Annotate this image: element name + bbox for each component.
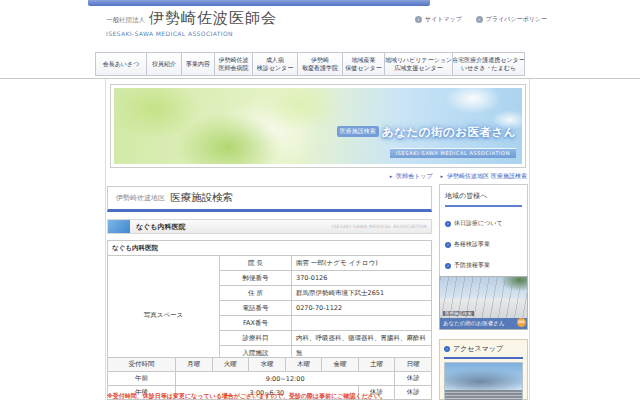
page-title: 伊勢崎佐波地区 医療施設検索 bbox=[107, 186, 432, 212]
top-accent-bar bbox=[88, 0, 430, 6]
nav-item-nursing-school[interactable]: 伊勢崎 敬愛看護学院 bbox=[298, 52, 343, 76]
breadcrumb-home-link[interactable]: 医師会トップ bbox=[396, 172, 432, 179]
page: 一般社団法人 伊勢崎佐波医師会 ISESAKI-SAWA MEDICAL ASS… bbox=[0, 0, 640, 400]
hero-title: あなたの街のお医者さん bbox=[382, 125, 516, 139]
page-title-text: 医療施設検索 bbox=[170, 191, 233, 205]
clinic-table-title: なぐも内科医院 bbox=[108, 241, 432, 256]
breadcrumb-arrow-icon: ▸ bbox=[390, 173, 393, 179]
table-row: なぐも内科医院 bbox=[108, 241, 432, 256]
hero-leaf-image: 医療施設検索あなたの街のお医者さん ISESAKI-SAWA MEDICAL A… bbox=[114, 88, 522, 164]
sidebar-item-vaccination[interactable]: › 予防接種事業 bbox=[445, 261, 522, 270]
nav-item-occupational-health-center[interactable]: 地域産業 保健センター bbox=[343, 52, 385, 76]
circle-arrow-icon: › bbox=[444, 346, 450, 352]
breadcrumb-arrow-icon: ▸ bbox=[441, 173, 444, 179]
page-title-area: 伊勢崎佐波地区 bbox=[116, 193, 165, 203]
header-utility-links: › サイトマップ › プライバシーポリシー bbox=[415, 15, 547, 24]
breadcrumb: ▸医師会トップ▸伊勢崎佐波地区 医療施設検索 bbox=[105, 172, 527, 181]
main-navigation: 会長あいさつ 役員紹介 事業内容 伊勢崎佐波 医師会病院 成人病 検診センター … bbox=[95, 52, 525, 76]
section-marker-icon bbox=[108, 220, 130, 233]
site-logo[interactable]: 一般社団法人 伊勢崎佐波医師会 ISESAKI-SAWA MEDICAL ASS… bbox=[106, 9, 277, 37]
table-row: 写真スペース 院 長 南雲 一郎(ナグモ イチロウ) bbox=[108, 256, 432, 271]
sidebar-item-screenings[interactable]: › 各種検診事業 bbox=[445, 240, 522, 249]
sidebar-item-holiday-care[interactable]: › 休日診療について bbox=[445, 219, 522, 228]
clinic-section-header: なぐも内科医院 ISESAKI-SAWA MEDICAL ASSOCIATION bbox=[107, 219, 432, 234]
org-name-english: ISESAKI-SAWA MEDICAL ASSOCIATION bbox=[106, 30, 277, 37]
hero-banner: 医療施設検索あなたの街のお医者さん ISESAKI-SAWA MEDICAL A… bbox=[110, 84, 526, 168]
nav-item-home-care-center[interactable]: 在宅医療介護連携センター いせさき・たまむら bbox=[453, 52, 525, 76]
privacy-policy-link[interactable]: › プライバシーポリシー bbox=[476, 15, 547, 24]
nav-item-rehabilitation-center[interactable]: 地域リハビリテーション 広域支援センター bbox=[385, 52, 453, 76]
sitemap-link-label: サイトマップ bbox=[425, 15, 462, 24]
breadcrumb-current[interactable]: 伊勢崎佐波地区 医療施設検索 bbox=[447, 172, 527, 179]
circle-arrow-icon: › bbox=[445, 242, 451, 248]
sitemap-link[interactable]: › サイトマップ bbox=[415, 15, 462, 24]
access-map-photo bbox=[444, 362, 523, 400]
access-map-label: アクセスマップ bbox=[453, 344, 503, 354]
circle-arrow-icon: › bbox=[415, 16, 422, 23]
hero-subtitle: ISESAKI-SAWA MEDICAL ASSOCIATION bbox=[390, 148, 516, 158]
privacy-policy-link-label: プライバシーポリシー bbox=[486, 15, 547, 24]
go-button[interactable]: GO bbox=[517, 318, 526, 327]
org-type-label: 一般社団法人 bbox=[106, 16, 145, 28]
section-english-text: ISESAKI-SAWA MEDICAL ASSOCIATION bbox=[332, 224, 431, 229]
access-map-box: › アクセスマップ bbox=[439, 339, 528, 400]
banner-title: あなたの街のお医者さん bbox=[440, 318, 527, 329]
nav-item-officers[interactable]: 役員紹介 bbox=[147, 52, 182, 76]
nav-item-adult-disease-center[interactable]: 成人病 検診センター bbox=[253, 52, 298, 76]
access-map-link[interactable]: › アクセスマップ bbox=[444, 344, 523, 359]
banner-tag: 医療施設検索 bbox=[443, 311, 474, 316]
facility-search-banner[interactable]: 医療施設検索 あなたの街のお医者さん GO bbox=[439, 276, 528, 330]
clinic-detail-table: なぐも内科医院 写真スペース 院 長 南雲 一郎(ナグモ イチロウ) 郵便番号 … bbox=[107, 240, 432, 376]
circle-arrow-icon: › bbox=[445, 221, 451, 227]
sidebar-community-box: 地域の皆様へ › 休日診療について › 各種検診事業 › 予防接種事業 bbox=[439, 184, 528, 281]
circle-arrow-icon: › bbox=[476, 16, 483, 23]
clinic-name-heading: なぐも内科医院 bbox=[136, 222, 186, 232]
nav-item-hospital[interactable]: 伊勢崎佐波 医師会病院 bbox=[215, 52, 253, 76]
org-name: 伊勢崎佐波医師会 bbox=[149, 9, 277, 28]
nav-item-chairman-greeting[interactable]: 会長あいさつ bbox=[95, 52, 147, 76]
nav-item-business[interactable]: 事業内容 bbox=[182, 52, 215, 76]
sidebar-community-title: 地域の皆様へ bbox=[445, 191, 522, 207]
table-row: 午前 9:00~12:00 休診 bbox=[108, 372, 432, 386]
hours-change-notice: ※受付時間、休診日等は変更になっている場合がございますので、受診の際は事前にご確… bbox=[107, 392, 442, 400]
table-row: 受付時間 月曜 火曜 水曜 木曜 金曜 土曜 日曜 bbox=[108, 358, 432, 372]
hero-tag: 医療施設検索 bbox=[337, 126, 379, 137]
circle-arrow-icon: › bbox=[445, 263, 451, 269]
